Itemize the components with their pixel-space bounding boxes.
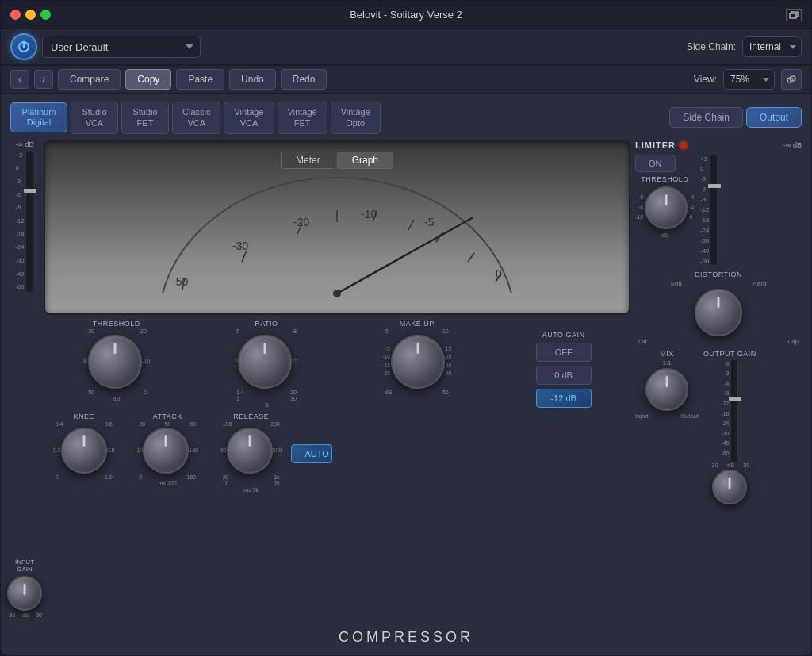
- meter-display: Meter Graph: [44, 140, 630, 315]
- svg-line-14: [408, 220, 414, 230]
- vu-arc-svg: -50 -30 -20 -10 -5 0: [139, 147, 535, 305]
- nav-next-button[interactable]: ›: [34, 70, 53, 89]
- side-chain-select[interactable]: Internal: [742, 36, 802, 57]
- close-button[interactable]: [10, 10, 21, 20]
- left-vu-scale: +3 0 -3 -6 -9 -12 -18 -24 -30 -40 -60: [16, 150, 25, 293]
- ratio-group: RATIO 58 2 12 1.420 130: [235, 320, 298, 408]
- tab-vintage-vca[interactable]: VintageVCA: [224, 102, 274, 134]
- limiter-label: LIMITER: [635, 140, 676, 150]
- undo-button[interactable]: Undo: [229, 69, 276, 90]
- limiter-threshold-knob[interactable]: [645, 186, 688, 229]
- tab-platinum-digital[interactable]: PlatinumDigital: [10, 102, 67, 132]
- toolbar-right: Side Chain: Internal: [687, 36, 802, 57]
- threshold-label: THRESHOLD: [93, 320, 140, 328]
- auto-gain-label: AUTO GAIN: [542, 331, 585, 339]
- left-vu-section: -∞ dB +3 0 -3 -6 -9 -12 -18 -24 -30 -40 …: [10, 140, 39, 618]
- main-plugin-row: -∞ dB +3 0 -3 -6 -9 -12 -18 -24 -30 -40 …: [10, 140, 802, 618]
- svg-line-18: [337, 218, 472, 293]
- input-gain-unit: dB: [22, 612, 29, 618]
- tab-studio-vca[interactable]: StudioVCA: [71, 102, 118, 134]
- threshold-group: THRESHOLD -30-20 -40 -10 -500 dB: [82, 320, 150, 401]
- tab-classic-vca[interactable]: ClassicVCA: [172, 102, 220, 134]
- tab-studio-fet[interactable]: StudioFET: [121, 102, 169, 134]
- power-button[interactable]: [10, 33, 37, 60]
- limiter-unit: dB: [661, 232, 668, 238]
- distortion-label: DISTORTION: [695, 270, 742, 278]
- release-knob[interactable]: [227, 428, 273, 474]
- limiter-threshold-controls: -6-8-10 -4-20: [635, 186, 694, 229]
- nav-prev-button[interactable]: ‹: [10, 70, 29, 89]
- distortion-section: DISTORTION SoftHard OffClip: [635, 270, 802, 345]
- output-gain-slider[interactable]: [730, 359, 738, 462]
- knee-label: KNEE: [73, 412, 94, 420]
- knee-knob[interactable]: [61, 428, 107, 474]
- bottom-title-section: Compressor: [10, 624, 802, 647]
- attack-group: ATTACK 205080 10 120 5160 ms 200: [136, 412, 197, 486]
- ratio-knob[interactable]: [238, 335, 292, 389]
- svg-line-16: [468, 253, 474, 262]
- window-title: Belovit - Solitary Verse 2: [350, 9, 462, 21]
- main-content: PlatinumDigital StudioVCA StudioFET Clas…: [1, 94, 811, 655]
- mix-scale: 1:1: [662, 359, 671, 366]
- center-section: Meter Graph: [44, 140, 630, 618]
- title-bar: Belovit - Solitary Verse 2: [1, 1, 811, 29]
- svg-text:-10: -10: [361, 208, 377, 221]
- tab-vintage-fet[interactable]: VintageFET: [278, 102, 327, 134]
- makeup-knob[interactable]: [391, 335, 445, 389]
- right-vu-slider[interactable]: [710, 155, 718, 266]
- link-button[interactable]: [781, 69, 802, 90]
- svg-line-10: [242, 251, 247, 262]
- input-gain-label: INPUT GAIN: [10, 558, 39, 573]
- maximize-button[interactable]: [40, 10, 51, 20]
- makeup-label: MAKE UP: [400, 320, 435, 328]
- svg-text:-50: -50: [172, 275, 188, 288]
- release-group: RELEASE 100200 50 500 201k: [220, 412, 282, 493]
- distortion-knob[interactable]: [695, 289, 742, 336]
- attack-knob[interactable]: [143, 428, 189, 474]
- paste-button[interactable]: Paste: [176, 69, 224, 90]
- auto-gain-0db-btn[interactable]: 0 dB: [536, 366, 592, 385]
- side-chain-label: Side Chain:: [687, 41, 736, 52]
- tab-vintage-opto[interactable]: VintageOpto: [331, 102, 381, 134]
- makeup-group: MAKE UP 510 -5-10-15-20 15203040: [382, 320, 451, 395]
- toolbar-left: User Default: [10, 33, 680, 60]
- mix-knob[interactable]: [645, 368, 688, 411]
- copy-button[interactable]: Copy: [125, 69, 171, 90]
- threshold-knob[interactable]: [88, 335, 142, 389]
- redo-button[interactable]: Redo: [281, 69, 327, 90]
- svg-text:-30: -30: [232, 240, 248, 252]
- ratio-label: RATIO: [255, 320, 278, 328]
- release-auto-btn[interactable]: AUTO: [291, 444, 332, 463]
- minimize-button[interactable]: [25, 10, 36, 20]
- limiter-on-button[interactable]: ON: [635, 155, 676, 172]
- limiter-vu-top: -∞ dB: [783, 141, 802, 149]
- release-label: RELEASE: [233, 412, 269, 420]
- tab-output[interactable]: Output: [746, 107, 802, 128]
- auto-gain-off-btn[interactable]: OFF: [536, 343, 592, 362]
- limiter-led: [680, 142, 687, 148]
- threshold-unit: dB: [113, 396, 121, 401]
- toolbar-row2: ‹ › Compare Copy Paste Undo Redo View: 7…: [1, 65, 811, 94]
- knobs-row1: THRESHOLD -30-20 -40 -10 -500 dB: [44, 320, 630, 408]
- svg-rect-0: [790, 13, 796, 18]
- toolbar: User Default Side Chain: Internal: [1, 29, 811, 65]
- left-vu-slider[interactable]: [25, 150, 33, 293]
- view-label: View:: [694, 74, 717, 85]
- mix-output-row: MIX 1:1 InputOutput OUTPUT GAIN 0-3-6-9-…: [635, 350, 802, 504]
- input-gain-max: 30: [36, 612, 42, 618]
- limiter-header: LIMITER -∞ dB: [635, 140, 802, 150]
- output-gain-knob[interactable]: [712, 470, 747, 504]
- view-select[interactable]: 75% 100% 125%: [723, 69, 775, 90]
- bottom-title: Compressor: [339, 623, 473, 648]
- preset-select[interactable]: User Default: [42, 36, 201, 58]
- output-gain-label: OUTPUT GAIN: [703, 350, 756, 358]
- attack-label: ATTACK: [153, 412, 182, 420]
- compare-button[interactable]: Compare: [58, 69, 121, 90]
- auto-gain-minus12db-btn[interactable]: -12 dB: [536, 389, 592, 408]
- restore-button[interactable]: [786, 9, 802, 21]
- window-controls: [10, 10, 51, 20]
- plugin-window: Belovit - Solitary Verse 2 User Default …: [0, 0, 812, 656]
- top-bar-actions: [786, 9, 802, 21]
- tab-side-chain[interactable]: Side Chain: [669, 107, 743, 128]
- input-gain-knob[interactable]: [7, 576, 42, 611]
